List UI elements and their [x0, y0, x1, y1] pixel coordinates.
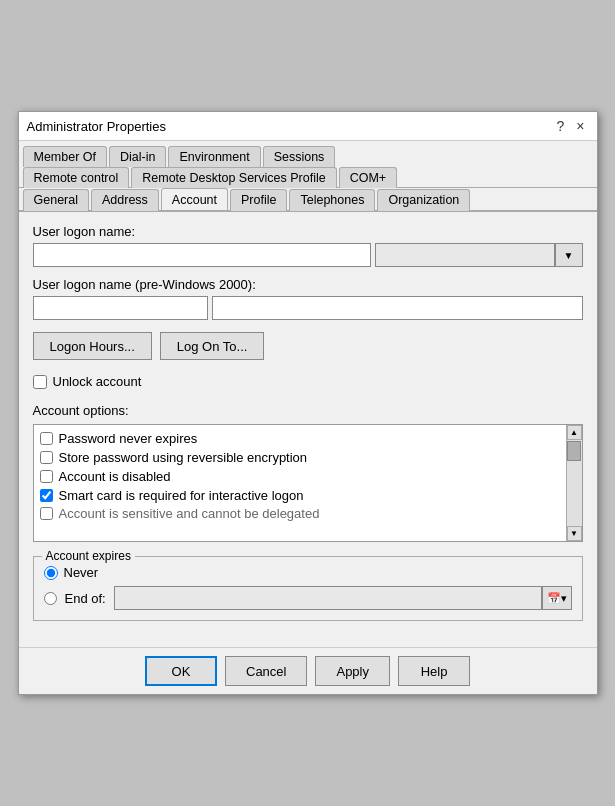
account-disabled-label: Account is disabled — [59, 469, 171, 484]
options-list: Password never expires Store password us… — [34, 425, 582, 525]
smart-card-required-label: Smart card is required for interactive l… — [59, 488, 304, 503]
title-bar: Administrator Properties ? × — [19, 112, 597, 141]
password-never-expires-label: Password never expires — [59, 431, 198, 446]
dialog-title: Administrator Properties — [27, 119, 166, 134]
tab-remote-control[interactable]: Remote control — [23, 167, 130, 188]
tab-address[interactable]: Address — [91, 189, 159, 211]
action-buttons-row: Logon Hours... Log On To... — [33, 332, 583, 360]
account-sensitive-checkbox[interactable] — [40, 507, 53, 520]
tab-rdsp[interactable]: Remote Desktop Services Profile — [131, 167, 336, 188]
apply-button[interactable]: Apply — [315, 656, 390, 686]
tab-dial-in[interactable]: Dial-in — [109, 146, 166, 167]
log-on-to-button[interactable]: Log On To... — [160, 332, 265, 360]
account-expires-legend: Account expires — [42, 549, 135, 563]
tabs-row1: Member Of Dial-in Environment Sessions — [19, 141, 597, 166]
tab-environment[interactable]: Environment — [168, 146, 260, 167]
content-area: User logon name: ▼ User logon name (pre-… — [19, 212, 597, 647]
account-disabled-checkbox[interactable] — [40, 470, 53, 483]
tab-organization[interactable]: Organization — [377, 189, 470, 211]
scroll-up-button[interactable]: ▲ — [567, 425, 582, 440]
option-item: Smart card is required for interactive l… — [34, 486, 562, 505]
end-of-radio[interactable] — [44, 592, 57, 605]
tab-sessions[interactable]: Sessions — [263, 146, 336, 167]
domain-dropdown-button[interactable]: ▼ — [555, 243, 583, 267]
tab-telephones[interactable]: Telephones — [289, 189, 375, 211]
ok-button[interactable]: OK — [145, 656, 217, 686]
unlock-account-label: Unlock account — [53, 374, 142, 389]
tab-general[interactable]: General — [23, 189, 89, 211]
domain-input[interactable] — [375, 243, 555, 267]
pre2000-domain-input[interactable]: TAILSPINTOYS\ — [33, 296, 208, 320]
close-button[interactable]: × — [572, 118, 588, 134]
account-expires-group: Account expires Never End of: Thursday ,… — [33, 556, 583, 621]
option-item: Account is disabled — [34, 467, 562, 486]
date-picker-button[interactable]: 📅▾ — [542, 586, 572, 610]
help-footer-button[interactable]: Help — [398, 656, 470, 686]
user-logon-label: User logon name: — [33, 224, 583, 239]
never-label: Never — [64, 565, 99, 580]
store-password-checkbox[interactable] — [40, 451, 53, 464]
footer: OK Cancel Apply Help — [19, 647, 597, 694]
never-radio[interactable] — [44, 566, 58, 580]
user-logon-row: ▼ — [33, 243, 583, 267]
user-logon-input[interactable] — [33, 243, 371, 267]
tab-container: Member Of Dial-in Environment Sessions R… — [19, 141, 597, 212]
end-of-row: End of: Thursday , February 22, 2024 📅▾ — [44, 586, 572, 610]
scroll-thumb[interactable] — [567, 441, 581, 461]
dialog: Administrator Properties ? × Member Of D… — [18, 111, 598, 695]
never-radio-row: Never — [44, 565, 572, 580]
option-item: Store password using reversible encrypti… — [34, 448, 562, 467]
cancel-button[interactable]: Cancel — [225, 656, 307, 686]
tabs-row3: General Address Account Profile Telephon… — [19, 187, 597, 210]
tabs-row2: Remote control Remote Desktop Services P… — [19, 166, 597, 187]
chevron-down-icon: ▼ — [564, 250, 574, 261]
pre2000-row: TAILSPINTOYS\ Administrator — [33, 296, 583, 320]
store-password-label: Store password using reversible encrypti… — [59, 450, 308, 465]
unlock-account-row: Unlock account — [33, 374, 583, 389]
smart-card-required-checkbox[interactable] — [40, 489, 53, 502]
tab-account[interactable]: Account — [161, 188, 228, 210]
scroll-down-button[interactable]: ▼ — [567, 526, 582, 541]
account-options-box: Password never expires Store password us… — [33, 424, 583, 542]
help-button[interactable]: ? — [553, 118, 569, 134]
pre2000-name-input[interactable]: Administrator — [212, 296, 583, 320]
pre2000-label: User logon name (pre-Windows 2000): — [33, 277, 583, 292]
unlock-account-checkbox[interactable] — [33, 375, 47, 389]
end-of-label: End of: — [65, 591, 106, 606]
tab-member-of[interactable]: Member Of — [23, 146, 108, 167]
logon-hours-button[interactable]: Logon Hours... — [33, 332, 152, 360]
calendar-icon: 📅▾ — [547, 592, 567, 605]
tab-profile[interactable]: Profile — [230, 189, 287, 211]
option-item-partial: Account is sensitive and cannot be deleg… — [34, 505, 562, 521]
account-sensitive-label: Account is sensitive and cannot be deleg… — [59, 506, 320, 521]
date-input[interactable]: Thursday , February 22, 2024 — [114, 586, 542, 610]
account-options-label: Account options: — [33, 403, 583, 418]
tab-com-plus[interactable]: COM+ — [339, 167, 397, 188]
password-never-expires-checkbox[interactable] — [40, 432, 53, 445]
scrollbar: ▲ ▼ — [566, 425, 582, 541]
option-item: Password never expires — [34, 429, 562, 448]
title-bar-controls: ? × — [553, 118, 589, 134]
